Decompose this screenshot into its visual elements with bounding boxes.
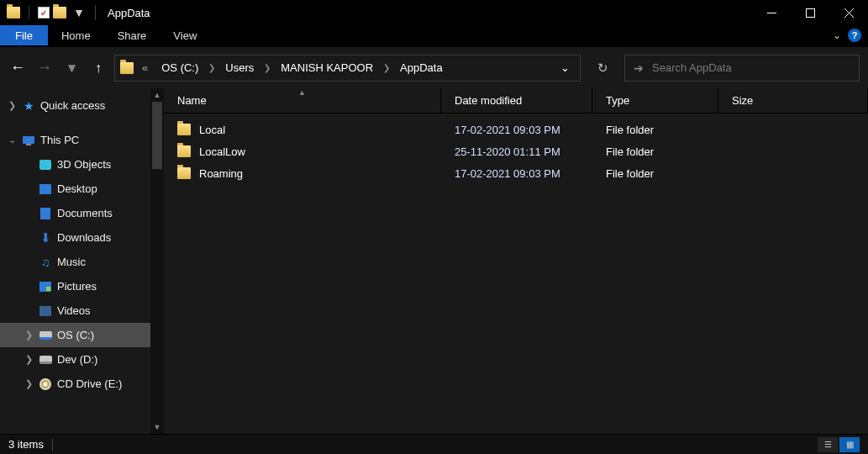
navpane-scrollbar[interactable]: ▲ ▼ xyxy=(150,88,164,434)
svg-rect-5 xyxy=(26,144,31,145)
close-button[interactable] xyxy=(829,0,868,25)
qat-dropdown-icon[interactable]: ⯆ xyxy=(75,8,83,18)
file-date: 17-02-2021 09:03 PM xyxy=(441,167,592,180)
breadcrumb-item[interactable]: OS (C:) xyxy=(156,61,203,74)
tree-label: Documents xyxy=(57,207,113,219)
tree-item-os-c[interactable]: ❯ OS (C:) xyxy=(0,323,164,347)
folder-icon xyxy=(7,6,20,19)
breadcrumb-item[interactable]: Users xyxy=(220,61,259,74)
tab-view[interactable]: View xyxy=(160,25,210,45)
properties-icon[interactable] xyxy=(38,7,50,18)
recent-locations-button[interactable]: ⯆ xyxy=(62,63,81,73)
up-button[interactable]: ↑ xyxy=(89,61,108,76)
column-size[interactable]: Size xyxy=(718,88,868,113)
column-headers: Name▲ Date modified Type Size xyxy=(164,88,868,114)
tree-label: Desktop xyxy=(57,182,97,195)
separator xyxy=(95,5,96,20)
column-label: Type xyxy=(606,94,629,107)
separator xyxy=(52,439,53,451)
refresh-button[interactable]: ↻ xyxy=(587,55,618,82)
tree-item-pictures[interactable]: Pictures xyxy=(0,274,164,298)
tree-item-videos[interactable]: Videos xyxy=(0,298,164,323)
scroll-down-icon[interactable]: ▼ xyxy=(150,420,164,434)
file-name: LocalLow xyxy=(199,145,245,158)
tree-label: Downloads xyxy=(57,231,111,244)
forward-button[interactable]: → xyxy=(35,59,54,77)
maximize-button[interactable] xyxy=(791,0,829,25)
expand-icon[interactable]: ❯ xyxy=(24,378,34,389)
expand-icon[interactable]: ❯ xyxy=(7,100,17,111)
folder-icon xyxy=(53,6,66,19)
item-count: 3 items xyxy=(8,438,44,451)
ribbon-collapse-icon[interactable]: ⌄ xyxy=(833,29,841,41)
tree-item-desktop[interactable]: Desktop xyxy=(0,177,164,201)
column-type[interactable]: Type xyxy=(592,88,718,113)
search-box[interactable]: ➔ xyxy=(624,55,860,82)
tree-label: 3D Objects xyxy=(57,158,111,171)
status-bar: 3 items ☰ ▦ xyxy=(0,434,868,454)
column-label: Size xyxy=(732,94,753,107)
tree-label: This PC xyxy=(40,134,79,146)
scroll-up-icon[interactable]: ▲ xyxy=(150,88,164,102)
cd-icon xyxy=(39,377,52,391)
tree-item-dev-d[interactable]: ❯ Dev (D:) xyxy=(0,347,164,372)
address-history-icon[interactable]: ⌄ xyxy=(560,61,570,74)
tree-label: Videos xyxy=(57,304,91,317)
drive-icon xyxy=(39,329,52,342)
tree-item-documents[interactable]: Documents xyxy=(0,201,164,225)
grid-icon: ▦ xyxy=(846,440,854,449)
tab-file[interactable]: File xyxy=(0,25,48,45)
column-label: Name xyxy=(177,94,207,107)
column-date-modified[interactable]: Date modified xyxy=(441,88,592,113)
file-type: File folder xyxy=(592,167,718,180)
help-button[interactable]: ? xyxy=(848,29,861,42)
file-type: File folder xyxy=(592,145,718,158)
breadcrumb-item[interactable]: MANISH KAPOOR xyxy=(276,61,378,74)
breadcrumb-item[interactable]: AppData xyxy=(395,61,448,74)
sort-asc-icon: ▲ xyxy=(298,88,306,97)
tab-share[interactable]: Share xyxy=(104,25,160,45)
chevron-right-icon[interactable]: ❯ xyxy=(381,63,392,72)
navigation-pane: ❯ ★ Quick access ⌄ This PC 3D Objects De… xyxy=(0,88,164,434)
expand-icon[interactable]: ❯ xyxy=(24,330,34,340)
details-view-button[interactable]: ☰ xyxy=(818,437,838,452)
file-row[interactable]: Roaming 17-02-2021 09:03 PM File folder xyxy=(164,162,868,184)
breadcrumb-overflow[interactable]: « xyxy=(137,61,153,74)
folder-icon xyxy=(120,61,134,75)
ribbon-tabs: File Home Share View ⌄ ? xyxy=(0,25,868,46)
file-name: Local xyxy=(199,124,225,136)
collapse-icon[interactable]: ⌄ xyxy=(7,135,17,145)
tree-quick-access[interactable]: ❯ ★ Quick access xyxy=(0,93,164,118)
scrollbar-thumb[interactable] xyxy=(152,102,162,169)
file-row[interactable]: Local 17-02-2021 09:03 PM File folder xyxy=(164,119,868,140)
column-name[interactable]: Name▲ xyxy=(164,88,441,113)
folder-icon xyxy=(177,166,191,180)
tab-home[interactable]: Home xyxy=(48,25,104,45)
minimize-button[interactable] xyxy=(752,0,791,25)
address-bar[interactable]: « OS (C:) ❯ Users ❯ MANISH KAPOOR ❯ AppD… xyxy=(114,55,581,82)
file-row[interactable]: LocalLow 25-11-2020 01:11 PM File folder xyxy=(164,140,868,162)
tree-item-3d-objects[interactable]: 3D Objects xyxy=(0,152,164,177)
search-input[interactable] xyxy=(652,61,850,74)
expand-icon[interactable]: ❯ xyxy=(24,354,34,365)
desktop-icon xyxy=(39,182,52,196)
star-icon: ★ xyxy=(22,99,35,113)
chevron-right-icon[interactable]: ❯ xyxy=(262,63,272,72)
tree-label: Quick access xyxy=(40,99,105,112)
file-date: 17-02-2021 09:03 PM xyxy=(441,124,592,136)
tree-label: OS (C:) xyxy=(57,329,94,341)
file-date: 25-11-2020 01:11 PM xyxy=(441,145,592,158)
tree-item-music[interactable]: ♫ Music xyxy=(0,250,164,274)
search-icon: ➔ xyxy=(634,61,644,75)
tree-item-downloads[interactable]: ⬇ Downloads xyxy=(0,225,164,250)
tree-item-cd-drive-e[interactable]: ❯ CD Drive (E:) xyxy=(0,372,164,396)
window-title: AppData xyxy=(108,7,150,19)
videos-icon xyxy=(39,304,52,318)
drive-icon xyxy=(39,353,52,367)
folder-icon xyxy=(177,145,191,158)
large-icons-view-button[interactable]: ▦ xyxy=(839,437,860,452)
back-button[interactable]: ← xyxy=(8,59,27,77)
chevron-right-icon[interactable]: ❯ xyxy=(207,63,217,72)
svg-rect-4 xyxy=(23,136,34,144)
tree-this-pc[interactable]: ⌄ This PC xyxy=(0,128,164,152)
